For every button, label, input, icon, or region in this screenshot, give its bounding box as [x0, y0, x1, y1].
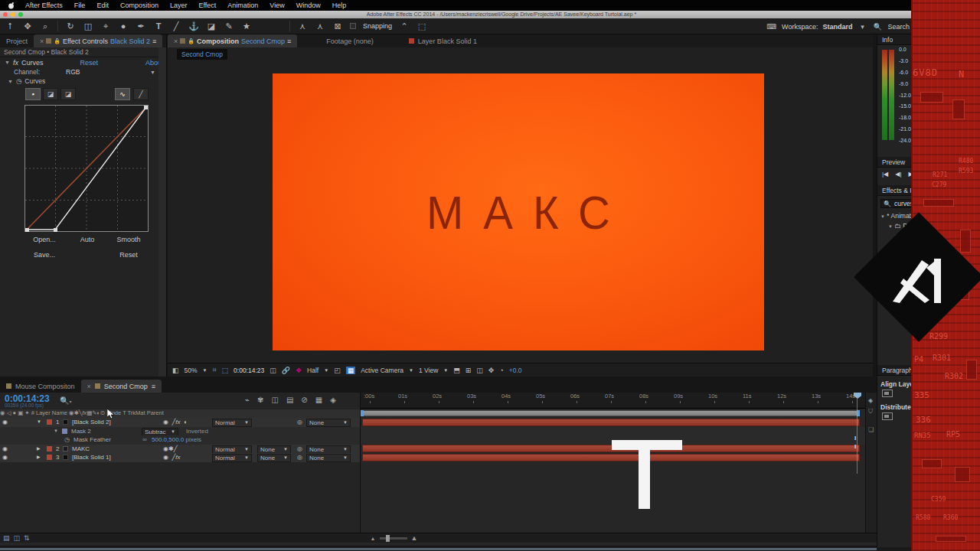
expander-icon[interactable]: ▼ — [37, 418, 41, 426]
channel-value[interactable]: RGB — [66, 68, 80, 76]
property-value[interactable]: 500.0,500.0 pixels — [152, 435, 201, 444]
comp-current-time[interactable]: 0:00:14:23 — [234, 367, 264, 374]
mask-row[interactable]: ▼ Mask 2 Subtrac▼ Inverted — [0, 427, 360, 436]
view-layout-value[interactable]: 1 View — [419, 367, 438, 374]
blend-mode-dropdown[interactable]: Normal▼ — [212, 445, 252, 454]
resolution-dropdown-icon[interactable]: ▼ — [324, 368, 328, 373]
menu-item[interactable]: After Effects — [25, 2, 63, 9]
resolution-value[interactable]: Half — [307, 367, 318, 374]
snapping-checkbox[interactable] — [350, 23, 356, 29]
workspace-dropdown-icon[interactable]: ▾ — [857, 23, 867, 31]
puppet-pin-tool-icon[interactable]: ★ — [241, 21, 252, 31]
shape-tool-icon[interactable]: ● — [118, 21, 129, 31]
parent-dropdown[interactable]: None▼ — [306, 445, 351, 454]
exposure-value[interactable]: +0.0 — [509, 367, 522, 374]
parent-pickwhip-icon[interactable]: ◎ — [297, 418, 302, 426]
layer-row-2[interactable]: ◉ ▶ 2 MAKC ◉✱╱ Normal▼ None▼ ◎ None▼ — [0, 445, 360, 454]
magnification-value[interactable]: 50% — [185, 367, 198, 374]
eye-icon[interactable]: ◉ — [2, 453, 8, 461]
close-icon[interactable]: × — [87, 383, 91, 390]
fx-panel-scrollbar[interactable] — [158, 47, 166, 377]
tab-effect-controls[interactable]: × 🔒 Effect Controls Black Solid 2 ≡ — [34, 34, 162, 47]
mask-inverted-label[interactable]: Inverted — [186, 427, 208, 435]
lock-icon[interactable]: 🔒 — [54, 38, 60, 44]
layer-row-1[interactable]: ◉ ▼ 1 [Black Solid 2] ◉ ╱fx ◐ Normal▼ ◎ … — [0, 418, 360, 427]
layer-name[interactable]: [Black Solid 1] — [72, 453, 111, 461]
parent-pickwhip-icon[interactable]: ◎ — [297, 445, 302, 453]
search-icon[interactable]: 🔍 — [872, 23, 883, 31]
trkmat-column[interactable]: T TrkMat — [122, 409, 145, 416]
comp-navigator-crumb[interactable]: Second Cmop — [177, 49, 227, 60]
flowchart-icon[interactable]: ✥ — [488, 367, 495, 374]
close-icon[interactable]: × — [40, 37, 44, 45]
curves-box-tool[interactable]: ▪ — [25, 88, 41, 100]
trkmat-dropdown[interactable]: None▼ — [257, 454, 291, 462]
collapse-effect-icon[interactable]: ▼ — [5, 60, 10, 65]
type-tool-icon[interactable]: T — [153, 21, 164, 31]
blend-mode-dropdown[interactable]: Normal▼ — [212, 419, 252, 427]
comp-flowchart-icon[interactable]: ⌁ — [245, 396, 250, 404]
stopwatch-icon[interactable]: ◷ — [64, 435, 70, 444]
expand-inout-icon[interactable]: ⇅ — [24, 534, 30, 542]
curves-gradient-tool[interactable]: ◪ — [43, 88, 58, 100]
channel-dropdown-icon[interactable]: ▼ — [150, 70, 155, 75]
pen-tool-icon[interactable]: ✒ — [136, 21, 146, 31]
tab-composition[interactable]: × 🔒 Composition Second Cmop ≡ — [168, 34, 297, 47]
timeline-search-icon[interactable]: 🔍▾ — [60, 396, 72, 405]
safe-zones-icon[interactable]: ⌗ — [212, 366, 216, 374]
effect-name[interactable]: Curves — [21, 59, 44, 67]
effect-reset-link[interactable]: Reset — [80, 59, 98, 67]
work-area-start-handle[interactable] — [361, 410, 364, 416]
curves-auto-button[interactable]: Auto — [70, 236, 104, 243]
curve-pencil-tool[interactable]: ╱ — [133, 88, 149, 100]
always-preview-icon[interactable]: ◧ — [172, 367, 179, 374]
paragraph-panel-title[interactable]: Paragraph — [882, 367, 913, 374]
menu-item[interactable]: Help — [332, 2, 347, 9]
parent-column[interactable]: Parent — [147, 409, 164, 416]
layer-switches[interactable]: ◉✱╱ — [163, 445, 178, 453]
expander-icon[interactable]: ▶ — [37, 453, 41, 461]
exposure-icon[interactable]: ◔ — [499, 367, 503, 374]
brush-tool-icon[interactable]: ╱ — [171, 21, 181, 31]
comp-button-icon[interactable]: ❏ — [868, 426, 874, 433]
timeline-ruler[interactable]: :00s01s02s03s04s05s06s07s08s09s10s11s12s… — [361, 393, 865, 409]
region-of-interest-icon[interactable]: ◰ — [334, 367, 341, 374]
layer-name-column[interactable]: Layer Name — [36, 409, 67, 416]
curves-open-button[interactable]: Open... — [24, 236, 64, 243]
menu-item[interactable]: View — [270, 2, 284, 9]
world-axis-icon[interactable]: ⋏ — [315, 21, 325, 31]
hide-shy-layers-icon[interactable]: ▤ — [286, 396, 293, 404]
label-swatch[interactable] — [47, 455, 52, 460]
hand-tool-icon[interactable]: ✥ — [22, 21, 33, 31]
frame-blend-icon[interactable]: ⊘ — [301, 396, 307, 404]
show-channels-icon[interactable]: ❖ — [296, 367, 302, 374]
view-axis-icon[interactable]: ⊠ — [332, 21, 343, 31]
show-snapshot-icon[interactable]: 🔗 — [282, 367, 290, 374]
menu-item[interactable]: Edit — [96, 2, 109, 9]
layer-row-3[interactable]: ◉ ▶ 3 [Black Solid 1] ◉ ╱fx Normal▼ None… — [0, 453, 360, 462]
camera-dropdown-icon[interactable]: ▼ — [409, 368, 413, 373]
keyboard-shortcuts-icon[interactable]: ⌨ — [766, 23, 777, 31]
draft-3d-icon[interactable]: ◫ — [271, 396, 278, 404]
fast-previews-icon[interactable]: ⊞ — [466, 367, 472, 374]
selection-tool-icon[interactable]: ⭡ — [5, 21, 15, 31]
tab-mouse-composition[interactable]: Mouse Compositon — [0, 380, 81, 393]
zoom-tool-icon[interactable]: ⌕ — [40, 21, 51, 31]
menu-item[interactable]: Composition — [120, 2, 158, 9]
expander-icon[interactable]: ▶ — [37, 445, 41, 453]
layer-name[interactable]: [Black Solid 2] — [72, 418, 111, 426]
timeline-zoom-slider[interactable] — [380, 537, 407, 540]
stopwatch-icon[interactable]: ◷ — [16, 77, 21, 85]
collapse-curves-icon[interactable]: ▼ — [8, 79, 13, 84]
zoom-out-mountain-icon[interactable]: ▲ — [371, 536, 376, 541]
layer-switches[interactable]: ◉ ╱fx — [163, 453, 180, 461]
mask-name[interactable]: Mask 2 — [71, 427, 91, 435]
eye-icon[interactable]: ◉ — [2, 445, 8, 453]
view-layout-dropdown-icon[interactable]: ▼ — [443, 368, 448, 373]
expand-switches-icon[interactable]: ▤ — [3, 534, 10, 542]
tab-footage[interactable]: Footage (none) — [320, 34, 380, 47]
timeline-button-icon[interactable]: ◫ — [476, 367, 483, 374]
preview-panel-title[interactable]: Preview — [882, 158, 905, 166]
close-window-icon[interactable] — [3, 12, 8, 17]
mask-visibility-icon[interactable]: ⬚ — [222, 367, 229, 374]
